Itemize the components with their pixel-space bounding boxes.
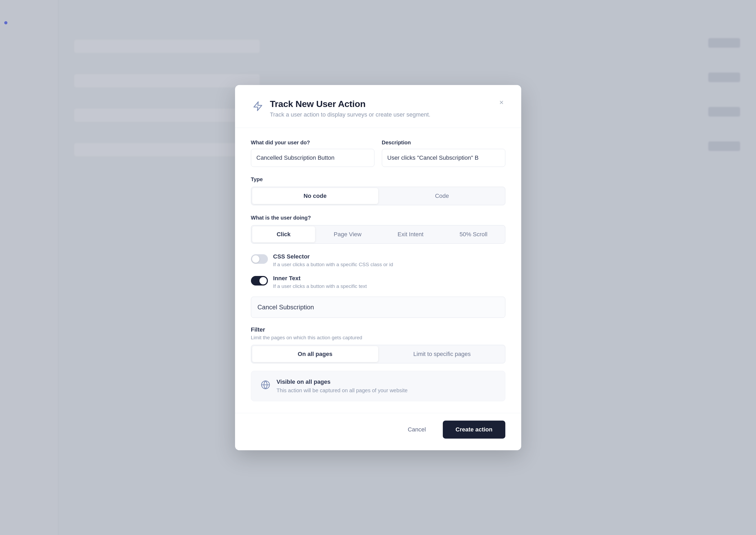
globe-icon — [260, 379, 271, 391]
modal-header-text: Track New User Action Track a user actio… — [270, 99, 431, 118]
pages-toggle: On all pages Limit to specific pages — [251, 345, 505, 363]
close-icon: × — [499, 98, 504, 107]
form-top-row: What did your user do? Description — [251, 140, 505, 167]
pages-specific-button[interactable]: Limit to specific pages — [379, 345, 505, 363]
tab-click[interactable]: Click — [252, 226, 315, 242]
inner-text-toggle[interactable] — [251, 276, 268, 286]
inner-text-input[interactable] — [251, 296, 505, 318]
modal-footer: Cancel Create action — [235, 413, 521, 450]
css-selector-desc: If a user clicks a button with a specifi… — [273, 262, 505, 268]
what-input[interactable] — [251, 149, 374, 167]
type-section: Type No code Code — [251, 176, 505, 205]
desc-input[interactable] — [382, 149, 505, 167]
type-nocode-button[interactable]: No code — [252, 188, 378, 204]
svg-marker-0 — [254, 102, 262, 110]
css-selector-row: CSS Selector If a user clicks a button w… — [251, 253, 505, 268]
info-card-title: Visible on all pages — [276, 379, 408, 385]
filter-desc: Limit the pages on which this action get… — [251, 335, 505, 341]
create-action-button[interactable]: Create action — [443, 421, 505, 438]
info-card: Visible on all pages This action will be… — [251, 371, 505, 401]
info-card-content: Visible on all pages This action will be… — [276, 379, 408, 394]
inner-text-info: Inner Text If a user clicks a button wit… — [273, 275, 505, 289]
css-selector-info: CSS Selector If a user clicks a button w… — [273, 253, 505, 268]
action-tabs: Click Page View Exit Intent 50% Scroll — [251, 225, 505, 244]
inner-text-title: Inner Text — [273, 275, 505, 282]
modal-body: What did your user do? Description Type … — [235, 128, 521, 413]
user-doing-label: What is the user doing? — [251, 215, 505, 221]
type-code-button[interactable]: Code — [379, 187, 505, 205]
cancel-button[interactable]: Cancel — [397, 421, 436, 438]
css-selector-title: CSS Selector — [273, 253, 505, 260]
type-label: Type — [251, 176, 505, 183]
modal-close-button[interactable]: × — [496, 97, 508, 108]
modal-title: Track New User Action — [270, 99, 431, 109]
type-toggle-group: No code Code — [251, 187, 505, 205]
modal-header-icon — [251, 99, 265, 113]
what-label: What did your user do? — [251, 140, 374, 146]
track-action-modal: Track New User Action Track a user actio… — [235, 85, 521, 450]
modal-header: Track New User Action Track a user actio… — [235, 85, 521, 128]
inner-text-desc: If a user clicks a button with a specifi… — [273, 283, 505, 289]
desc-group: Description — [382, 140, 505, 167]
css-selector-toggle[interactable] — [251, 254, 268, 264]
modal-subtitle: Track a user action to display surveys o… — [270, 111, 431, 118]
tab-scroll[interactable]: 50% Scroll — [442, 225, 505, 243]
inner-text-row: Inner Text If a user clicks a button wit… — [251, 275, 505, 289]
desc-label: Description — [382, 140, 505, 146]
tab-pageview[interactable]: Page View — [316, 225, 379, 243]
pages-all-button[interactable]: On all pages — [252, 346, 378, 362]
what-group: What did your user do? — [251, 140, 374, 167]
info-card-desc: This action will be captured on all page… — [276, 387, 408, 394]
filter-title: Filter — [251, 326, 505, 333]
filter-section: Filter Limit the pages on which this act… — [251, 326, 505, 363]
user-doing-section: What is the user doing? Click Page View … — [251, 215, 505, 244]
tab-exit-intent[interactable]: Exit Intent — [379, 225, 442, 243]
inner-text-input-wrap — [251, 296, 505, 318]
